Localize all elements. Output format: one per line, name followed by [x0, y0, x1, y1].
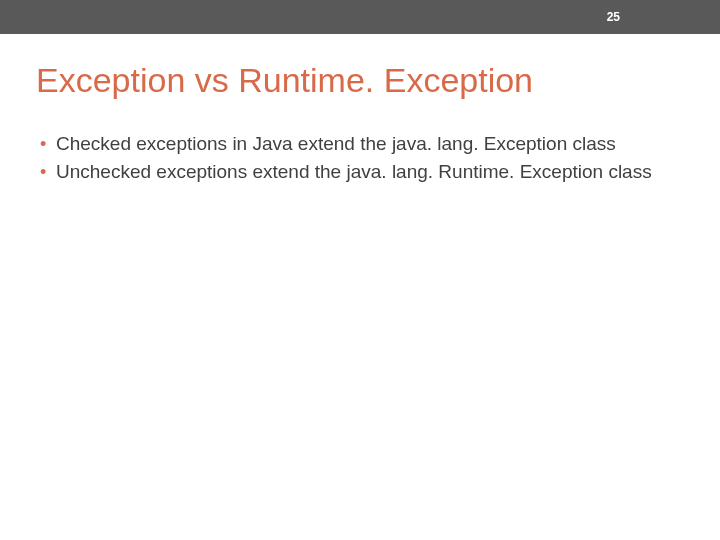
page-number: 25 — [607, 10, 620, 24]
slide-body: • Checked exceptions in Java extend the … — [0, 99, 720, 185]
slide-container: 25 Exception vs Runtime. Exception • Che… — [0, 0, 720, 540]
bullet-text: Checked exceptions in Java extend the ja… — [56, 131, 680, 157]
header-bar: 25 — [0, 0, 720, 34]
bullet-text: Unchecked exceptions extend the java. la… — [56, 159, 680, 185]
bullet-dot-icon: • — [40, 131, 56, 157]
bullet-dot-icon: • — [40, 159, 56, 185]
bullet-item: • Checked exceptions in Java extend the … — [40, 131, 680, 157]
bullet-item: • Unchecked exceptions extend the java. … — [40, 159, 680, 185]
slide-title: Exception vs Runtime. Exception — [0, 34, 720, 99]
